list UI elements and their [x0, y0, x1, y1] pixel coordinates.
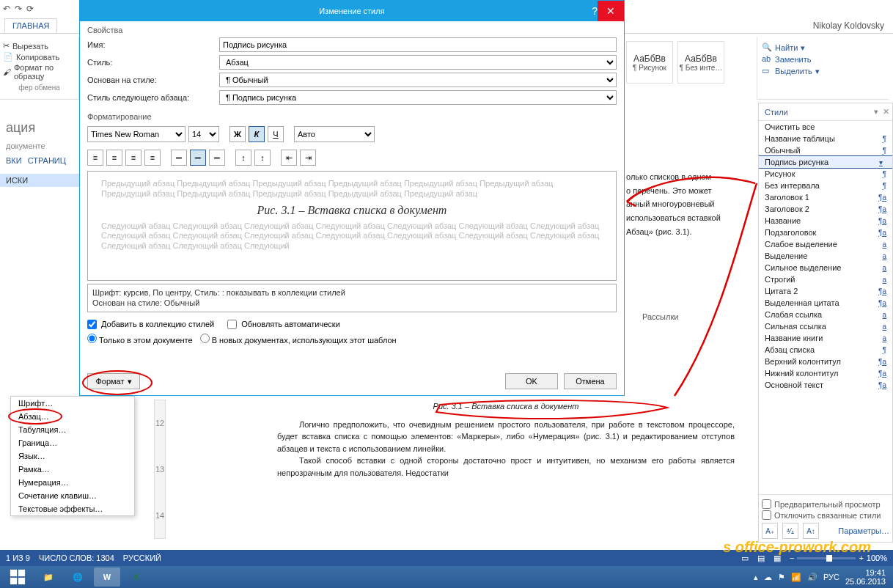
align-center-button[interactable]: ≡ — [106, 150, 122, 166]
refresh-icon[interactable]: ⟳ — [26, 4, 34, 14]
font-family-select[interactable]: Times New Roman — [87, 126, 185, 142]
name-input[interactable] — [219, 37, 617, 52]
clear-all-style[interactable]: Очистить все — [759, 121, 892, 133]
volume-icon[interactable]: 🔊 — [807, 573, 817, 582]
document-body[interactable]: Рис. 3.1 – Вставка списка в документ Лог… — [260, 396, 752, 557]
font-size-select[interactable]: 14 — [188, 126, 219, 142]
format-dropdown-button[interactable]: Формат▾ — [87, 373, 140, 389]
menu-frame[interactable]: Рамка… — [11, 463, 134, 476]
auto-update-checkbox[interactable] — [227, 320, 237, 329]
close-icon[interactable]: ✕ — [883, 107, 889, 117]
select-button[interactable]: ▭Выделить ▾ — [762, 66, 884, 76]
menu-language[interactable]: Язык… — [11, 449, 134, 463]
language-indicator[interactable]: РУССКИЙ — [123, 554, 161, 562]
explorer-icon[interactable]: 📁 — [35, 567, 62, 587]
close-icon[interactable]: ✕ — [598, 1, 624, 21]
account-name[interactable]: Nikolay Koldovsky — [813, 21, 884, 31]
menu-numbering[interactable]: Нумерация… — [11, 476, 134, 489]
copy-button[interactable]: 📄Копировать — [3, 52, 76, 62]
preview-checkbox[interactable] — [762, 499, 771, 509]
style-type-select[interactable]: Абзац — [219, 55, 617, 70]
style-item[interactable]: Без интервала¶ — [759, 180, 892, 191]
space-after-button[interactable]: ↕ — [254, 150, 271, 166]
style-item[interactable]: Основной текст¶a — [759, 379, 892, 391]
style-inspector-button[interactable]: ⁴⁄₄ — [782, 523, 798, 539]
word-count[interactable]: ЧИСЛО СЛОВ: 1304 — [39, 554, 114, 562]
style-item[interactable]: Абзац списка¶ — [759, 344, 892, 356]
menu-tabs[interactable]: Табуляция… — [11, 423, 134, 436]
line-spacing-15[interactable]: ═ — [190, 150, 206, 166]
style-item[interactable]: Строгийa — [759, 273, 892, 285]
italic-button[interactable]: К — [249, 126, 265, 142]
style-item[interactable]: Нижний колонтитул¶a — [759, 367, 892, 379]
view-print-icon[interactable]: ▤ — [757, 554, 765, 563]
excel-icon[interactable]: X — [123, 567, 150, 587]
disable-linked-checkbox[interactable] — [762, 510, 771, 520]
menu-shortcut[interactable]: Сочетание клавиш… — [11, 489, 134, 502]
style-item[interactable]: Слабая ссылкаa — [759, 309, 892, 320]
find-button[interactable]: 🔍Найти ▾ — [762, 43, 884, 53]
keyboard-lang[interactable]: РУС — [823, 573, 839, 581]
style-item[interactable]: Подпись рисунка▾ — [759, 156, 892, 168]
style-item[interactable]: Заголовок 2¶a — [759, 203, 892, 215]
style-item[interactable]: Обычный¶ — [759, 144, 892, 156]
menu-font[interactable]: Шрифт… — [11, 397, 134, 410]
nav-tab-headings[interactable]: ВКИ — [6, 156, 22, 165]
new-style-button[interactable]: A₊ — [762, 523, 778, 539]
style-item[interactable]: Название¶a — [759, 215, 892, 227]
in-templates-radio-label[interactable]: В новых документах, использующих этот ша… — [200, 334, 397, 345]
redo-icon[interactable]: ↷ — [15, 4, 22, 14]
align-left-button[interactable]: ≡ — [87, 150, 103, 166]
nav-item[interactable]: ИСКИ — [0, 174, 79, 187]
align-right-button[interactable]: ≡ — [125, 150, 142, 166]
zoom-slider[interactable]: −+100% — [790, 554, 887, 562]
style-tile[interactable]: АаБбВв¶ Без инте… — [677, 41, 724, 84]
style-item[interactable]: Верхний колонтитул¶a — [759, 356, 892, 367]
indent-decrease-button[interactable]: ⇤ — [281, 150, 297, 166]
style-item[interactable]: Выделениеa — [759, 250, 892, 262]
nav-tab-pages[interactable]: СТРАНИЦ — [28, 156, 66, 165]
style-item[interactable]: Название таблицы¶ — [759, 133, 892, 144]
space-before-button[interactable]: ↕ — [235, 150, 251, 166]
style-item[interactable]: Рисунок¶ — [759, 168, 892, 180]
word-icon[interactable]: W — [94, 567, 120, 587]
ok-button[interactable]: OK — [505, 373, 558, 389]
menu-border[interactable]: Граница… — [11, 436, 134, 449]
page-indicator[interactable]: 1 ИЗ 9 — [6, 554, 30, 562]
style-item[interactable]: Цитата 2¶a — [759, 285, 892, 297]
style-item[interactable]: Сильное выделениеa — [759, 262, 892, 273]
tray-flag-icon[interactable]: ⚑ — [778, 573, 785, 582]
style-item[interactable]: Название книгиa — [759, 332, 892, 344]
manage-styles-button[interactable]: A↕ — [803, 523, 819, 539]
style-tile[interactable]: АаБбВв¶ Рисунок — [626, 41, 673, 84]
font-color-select[interactable]: Авто — [294, 126, 375, 142]
based-on-select[interactable]: ¶ Обычный — [219, 73, 617, 87]
line-spacing-1[interactable]: ═ — [171, 150, 187, 166]
bold-button[interactable]: Ж — [229, 126, 246, 142]
style-item[interactable]: Выделенная цитата¶a — [759, 297, 892, 309]
indent-increase-button[interactable]: ⇥ — [300, 150, 316, 166]
align-justify-button[interactable]: ≡ — [144, 150, 161, 166]
clock[interactable]: 19:4125.06.2013 — [845, 568, 886, 586]
line-spacing-2[interactable]: ═ — [209, 150, 225, 166]
cut-button[interactable]: ✂Вырезать — [3, 41, 76, 51]
format-painter-button[interactable]: 🖌Формат по образцу — [3, 63, 76, 81]
onedrive-icon[interactable]: ☁ — [764, 573, 772, 582]
style-item[interactable]: Слабое выделениеa — [759, 238, 892, 250]
only-document-radio[interactable] — [87, 334, 97, 343]
in-templates-radio[interactable] — [200, 334, 210, 343]
help-icon[interactable]: ? — [592, 5, 598, 17]
tab-home[interactable]: ГЛАВНАЯ — [4, 18, 57, 33]
undo-icon[interactable]: ↶ — [3, 4, 10, 14]
next-style-select[interactable]: ¶ Подпись рисунка — [219, 90, 617, 105]
view-read-icon[interactable]: ▭ — [741, 554, 749, 563]
style-item[interactable]: Заголовок 1¶a — [759, 191, 892, 203]
menu-paragraph[interactable]: Абзац… — [11, 410, 134, 423]
network-icon[interactable]: 📶 — [791, 573, 801, 582]
view-web-icon[interactable]: ▦ — [773, 554, 781, 563]
menu-text-effects[interactable]: Текстовые эффекты… — [11, 502, 134, 515]
chevron-down-icon[interactable]: ▾ — [874, 107, 878, 117]
only-document-radio-label[interactable]: Только в этом документе — [87, 334, 193, 345]
style-item[interactable]: Сильная ссылкаa — [759, 320, 892, 332]
tray-up-icon[interactable]: ▴ — [754, 573, 758, 582]
